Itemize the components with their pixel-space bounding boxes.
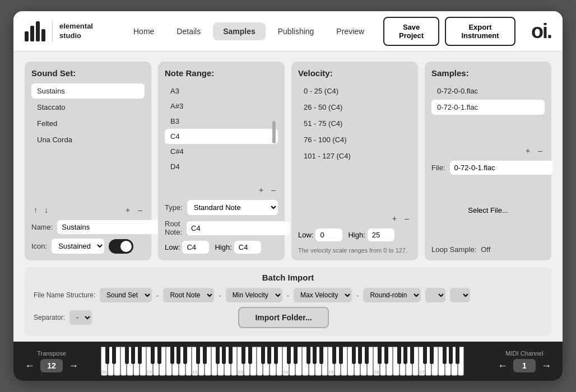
list-item[interactable]: 101 - 127 (C4): [298, 148, 411, 164]
black-key[interactable]: [313, 347, 317, 364]
remove-velocity-button[interactable]: –: [402, 213, 411, 224]
list-item[interactable]: Felted: [31, 116, 145, 131]
black-key[interactable]: [183, 347, 187, 364]
select-file-button[interactable]: Select File...: [431, 179, 545, 241]
black-key[interactable]: [449, 347, 453, 364]
black-key[interactable]: [105, 347, 109, 364]
list-item[interactable]: Una Corda: [31, 132, 145, 147]
list-item[interactable]: D4: [165, 159, 278, 174]
black-key[interactable]: [151, 347, 155, 364]
black-key[interactable]: [319, 347, 323, 364]
separator-select[interactable]: -: [69, 310, 92, 325]
transpose-right-button[interactable]: →: [66, 360, 81, 372]
add-sample-button[interactable]: +: [523, 145, 532, 156]
tab-details[interactable]: Details: [166, 22, 211, 40]
black-key[interactable]: [378, 347, 382, 364]
list-item[interactable]: 51 - 75 (C4): [298, 116, 411, 131]
black-key[interactable]: [248, 347, 252, 364]
black-key[interactable]: [384, 347, 388, 364]
max-velocity-segment-select[interactable]: Max Velocity: [294, 288, 352, 302]
name-input[interactable]: [57, 220, 160, 234]
midi-right-button[interactable]: →: [539, 360, 554, 372]
midi-left-button[interactable]: ←: [495, 360, 510, 372]
black-key[interactable]: [274, 347, 278, 364]
black-key[interactable]: [229, 347, 233, 364]
sound-set-segment-select[interactable]: Sound Set: [100, 288, 152, 302]
black-key[interactable]: [241, 347, 245, 364]
velocity-low-input[interactable]: [315, 228, 342, 241]
black-key[interactable]: [261, 347, 265, 364]
black-key[interactable]: [443, 347, 447, 364]
list-item[interactable]: 26 - 50 (C4): [298, 100, 411, 115]
remove-sound-set-button[interactable]: –: [136, 204, 145, 216]
black-key[interactable]: [131, 347, 135, 364]
extra1-segment-select[interactable]: [425, 288, 445, 302]
remove-sample-button[interactable]: –: [536, 145, 545, 156]
black-key[interactable]: [410, 347, 414, 364]
black-key[interactable]: [196, 347, 200, 364]
black-key[interactable]: [222, 347, 226, 364]
transpose-left-button[interactable]: ←: [22, 360, 37, 372]
black-key[interactable]: [365, 347, 369, 364]
add-note-button[interactable]: +: [257, 184, 266, 195]
toggle-switch[interactable]: [109, 239, 133, 254]
black-key[interactable]: [306, 347, 310, 364]
black-key[interactable]: [430, 347, 434, 364]
black-key[interactable]: [125, 347, 129, 364]
list-item[interactable]: Sustains: [31, 83, 145, 99]
black-key[interactable]: [397, 347, 401, 364]
add-velocity-button[interactable]: +: [390, 213, 399, 224]
black-key[interactable]: [176, 347, 180, 364]
black-key[interactable]: [332, 347, 336, 364]
black-key[interactable]: [138, 347, 142, 364]
tab-preview[interactable]: Preview: [326, 22, 374, 40]
black-key[interactable]: [203, 347, 207, 364]
black-key[interactable]: [170, 347, 174, 364]
move-down-button[interactable]: ↓: [42, 204, 50, 216]
root-note-input[interactable]: [187, 221, 290, 235]
save-project-button[interactable]: Save Project: [383, 17, 439, 46]
type-select[interactable]: Standard Note: [187, 200, 278, 215]
file-input[interactable]: [450, 161, 553, 175]
export-instrument-button[interactable]: Export Instrument: [445, 17, 515, 46]
black-key[interactable]: [216, 347, 220, 364]
list-item[interactable]: A#3: [165, 99, 278, 114]
list-item[interactable]: 0 - 25 (C4): [298, 83, 411, 99]
list-item[interactable]: C#4: [165, 144, 278, 159]
extra2-segment-select[interactable]: [450, 288, 470, 302]
list-item[interactable]: 0-72-0-0.flac: [431, 83, 545, 99]
remove-note-button[interactable]: –: [269, 184, 278, 195]
list-item[interactable]: D#4: [165, 174, 278, 178]
black-key[interactable]: [157, 347, 161, 364]
black-key[interactable]: [358, 347, 362, 364]
tab-publishing[interactable]: Publishing: [268, 22, 324, 40]
black-key[interactable]: [294, 347, 298, 364]
round-robin-segment-select[interactable]: Round-robin: [363, 288, 421, 302]
midi-channel-area: MIDI Channel ← 1 →: [470, 350, 554, 372]
list-item[interactable]: 0-72-0-1.flac: [431, 100, 545, 115]
move-up-button[interactable]: ↑: [31, 204, 40, 216]
min-velocity-segment-select[interactable]: Min Velocity: [226, 288, 282, 302]
add-sound-set-button[interactable]: +: [123, 204, 132, 216]
black-key[interactable]: [352, 347, 356, 364]
list-item[interactable]: 76 - 100 (C4): [298, 132, 411, 147]
black-key[interactable]: [287, 347, 291, 364]
tab-samples[interactable]: Samples: [213, 22, 266, 40]
list-item[interactable]: Staccato: [31, 100, 145, 115]
black-key[interactable]: [456, 347, 459, 364]
velocity-high-input[interactable]: [368, 228, 394, 241]
black-key[interactable]: [423, 347, 427, 364]
black-key[interactable]: [112, 347, 116, 364]
tab-home[interactable]: Home: [123, 22, 164, 40]
import-folder-button[interactable]: Import Folder...: [238, 307, 328, 328]
icon-select[interactable]: Sustained: [52, 239, 104, 254]
root-note-segment-select[interactable]: Root Note: [163, 288, 214, 302]
list-item[interactable]: A3: [165, 83, 278, 99]
low-input[interactable]: [182, 241, 209, 254]
black-key[interactable]: [267, 347, 271, 364]
list-item[interactable]: B3: [165, 114, 278, 129]
list-item[interactable]: C4: [165, 129, 278, 144]
black-key[interactable]: [339, 347, 343, 364]
high-input[interactable]: [234, 241, 261, 254]
black-key[interactable]: [403, 347, 407, 364]
